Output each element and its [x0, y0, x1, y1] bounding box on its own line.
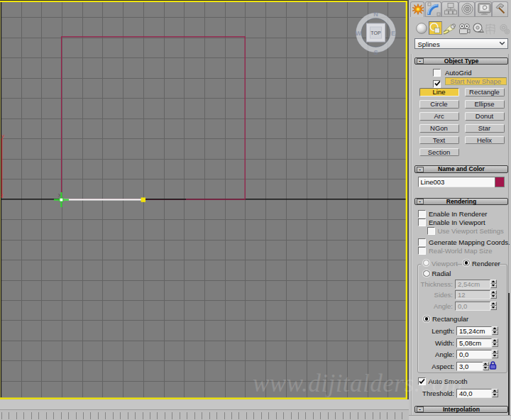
svg-text:E: E	[391, 30, 395, 37]
svg-text:y: y	[1, 133, 4, 139]
svg-text:z: z	[1, 193, 4, 198]
svg-text:TOP: TOP	[370, 31, 381, 35]
svg-text:N: N	[373, 11, 378, 18]
svg-text:W: W	[356, 30, 362, 37]
svg-text:S: S	[373, 49, 378, 56]
